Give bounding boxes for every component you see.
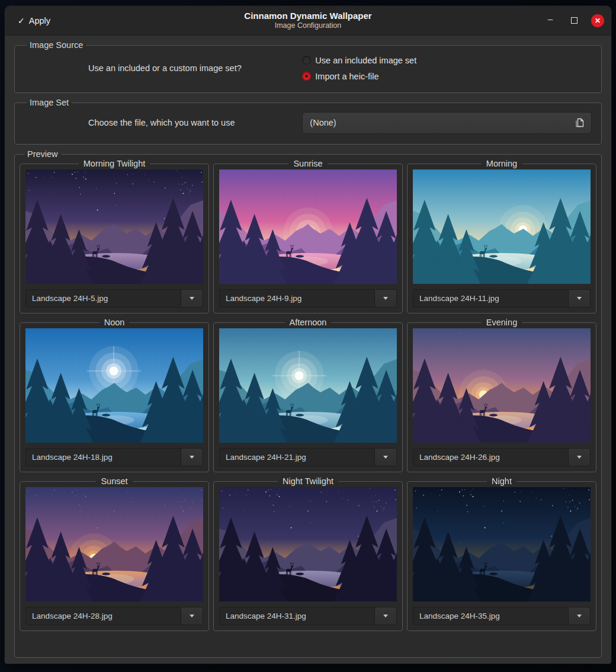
chevron-down-icon <box>190 615 194 617</box>
apply-button[interactable]: ✓ Apply <box>12 12 56 29</box>
wallpaper-thumbnail <box>413 169 591 284</box>
close-icon: ✕ <box>595 17 601 25</box>
combobox-dropdown-button[interactable] <box>374 290 396 307</box>
wallpaper-thumbnail <box>25 169 203 284</box>
preview-card: Night Landscape 24H-35.jpg <box>407 476 596 631</box>
window-controls: – ✕ <box>544 14 604 27</box>
apply-button-label: Apply <box>29 16 50 25</box>
preview-card: Afternoon Landscape 24H-21.jpg <box>213 318 403 472</box>
wallpaper-thumbnail <box>219 169 397 284</box>
chevron-down-icon <box>383 297 388 300</box>
window-title: Cinnamon Dynamic Wallpaper <box>244 10 371 21</box>
wallpaper-thumbnail <box>219 487 397 601</box>
preview-card: Evening Landscape 24H-26.jpg <box>407 318 596 472</box>
preview-card-title: Evening <box>482 318 522 327</box>
combobox-dropdown-button[interactable] <box>181 607 203 625</box>
radio-icon <box>302 72 311 81</box>
image-source-row: Use an included or a custom image set? U… <box>22 51 594 85</box>
preview-card: Sunrise Landscape 24H-9.jpg <box>213 159 403 313</box>
radio-group: Use an included image set Import a heic-… <box>302 52 594 85</box>
chevron-down-icon <box>383 456 388 459</box>
radio-option[interactable]: Import a heic-file <box>302 72 594 81</box>
image-combobox[interactable]: Landscape 24H-28.jpg <box>25 607 203 625</box>
image-source-question: Use an included or a custom image set? <box>22 63 302 73</box>
maximize-button[interactable] <box>567 14 580 27</box>
window-title-block: Cinnamon Dynamic Wallpaper Image Configu… <box>244 10 371 30</box>
image-combobox[interactable]: Landscape 24H-5.jpg <box>25 289 203 308</box>
image-combobox[interactable]: Landscape 24H-11.jpg <box>413 289 591 308</box>
file-icon <box>575 118 584 127</box>
chevron-down-icon <box>577 297 582 300</box>
chevron-down-icon <box>383 615 388 617</box>
combobox-dropdown-button[interactable] <box>568 449 590 466</box>
wallpaper-thumbnail <box>25 328 203 443</box>
preview-card-title: Noon <box>100 318 130 327</box>
wallpaper-thumbnail <box>219 328 397 443</box>
image-combobox[interactable]: Landscape 24H-31.jpg <box>219 607 397 625</box>
preview-card-title: Sunrise <box>288 159 327 168</box>
image-combobox-value: Landscape 24H-31.jpg <box>220 607 374 625</box>
maximize-icon <box>571 17 578 24</box>
combobox-dropdown-button[interactable] <box>181 449 203 466</box>
titlebar[interactable]: ✓ Apply Cinnamon Dynamic Wallpaper Image… <box>5 6 611 36</box>
preview-card-title: Night Twilight <box>278 476 338 486</box>
image-combobox[interactable]: Landscape 24H-18.jpg <box>25 448 203 466</box>
radio-option-label: Use an included image set <box>315 56 416 65</box>
preview-card: Night Twilight Landscape 24H-31.jpg <box>213 476 403 631</box>
radio-option-label: Import a heic-file <box>315 72 378 81</box>
preview-card: Sunset Landscape 24H-28.jpg <box>20 476 209 631</box>
preview-card-title: Afternoon <box>285 318 332 327</box>
file-chooser-button[interactable]: (None) <box>302 112 592 134</box>
image-combobox-value: Landscape 24H-28.jpg <box>26 607 181 625</box>
wallpaper-thumbnail <box>25 487 203 601</box>
combobox-dropdown-button[interactable] <box>181 290 203 307</box>
preview-section: Preview Morning Twilight Landscape 24H-5… <box>14 149 602 658</box>
preview-card-title: Sunset <box>96 476 132 486</box>
wallpaper-thumbnail <box>413 487 591 601</box>
image-source-legend: Image Source <box>27 40 86 50</box>
image-combobox-value: Landscape 24H-18.jpg <box>26 449 181 466</box>
image-combobox[interactable]: Landscape 24H-35.jpg <box>413 607 591 625</box>
image-source-section: Image Source Use an included or a custom… <box>14 40 602 93</box>
radio-option[interactable]: Use an included image set <box>302 56 594 65</box>
image-combobox-value: Landscape 24H-9.jpg <box>220 290 374 307</box>
preview-card-title: Morning <box>482 159 522 168</box>
combobox-dropdown-button[interactable] <box>568 290 590 307</box>
image-combobox-value: Landscape 24H-21.jpg <box>220 449 374 466</box>
image-combobox-value: Landscape 24H-35.jpg <box>413 607 568 625</box>
preview-card-title: Night <box>487 476 516 486</box>
preview-card-title: Morning Twilight <box>79 159 150 168</box>
image-set-section: Image Set Choose the file, which you wan… <box>14 98 602 145</box>
wallpaper-thumbnail <box>413 328 591 443</box>
minimize-button[interactable]: – <box>544 14 557 27</box>
combobox-dropdown-button[interactable] <box>374 607 396 625</box>
combobox-dropdown-button[interactable] <box>568 607 590 625</box>
image-combobox[interactable]: Landscape 24H-9.jpg <box>219 289 397 308</box>
chevron-down-icon <box>577 456 582 459</box>
chevron-down-icon <box>577 615 582 617</box>
close-button[interactable]: ✕ <box>591 14 604 27</box>
image-combobox-value: Landscape 24H-26.jpg <box>413 449 568 466</box>
preview-card: Morning Landscape 24H-11.jpg <box>407 159 596 313</box>
image-combobox-value: Landscape 24H-11.jpg <box>413 290 568 307</box>
window-subtitle: Image Configuration <box>244 21 371 31</box>
image-combobox-value: Landscape 24H-5.jpg <box>26 290 181 307</box>
check-icon: ✓ <box>18 16 25 25</box>
image-set-legend: Image Set <box>27 98 72 107</box>
preview-card: Morning Twilight Landscape 24H-5.jpg <box>20 159 209 313</box>
content-area: Image Source Use an included or a custom… <box>5 36 611 664</box>
minimize-icon: – <box>548 16 553 22</box>
image-combobox[interactable]: Landscape 24H-21.jpg <box>219 448 397 466</box>
combobox-dropdown-button[interactable] <box>374 449 396 466</box>
preview-grid: Morning Twilight Landscape 24H-5.jpg Sun… <box>20 159 596 631</box>
preview-card: Noon Landscape 24H-18.jpg <box>20 318 209 472</box>
image-set-row: Choose the file, which you want to use (… <box>22 108 594 137</box>
chevron-down-icon <box>190 297 194 300</box>
chevron-down-icon <box>190 456 194 459</box>
file-chooser-value: (None) <box>310 118 575 127</box>
image-set-label: Choose the file, which you want to use <box>22 118 302 127</box>
image-combobox[interactable]: Landscape 24H-26.jpg <box>413 448 591 466</box>
radio-icon <box>302 56 311 65</box>
preview-legend: Preview <box>24 149 61 159</box>
app-window: ✓ Apply Cinnamon Dynamic Wallpaper Image… <box>5 6 611 664</box>
